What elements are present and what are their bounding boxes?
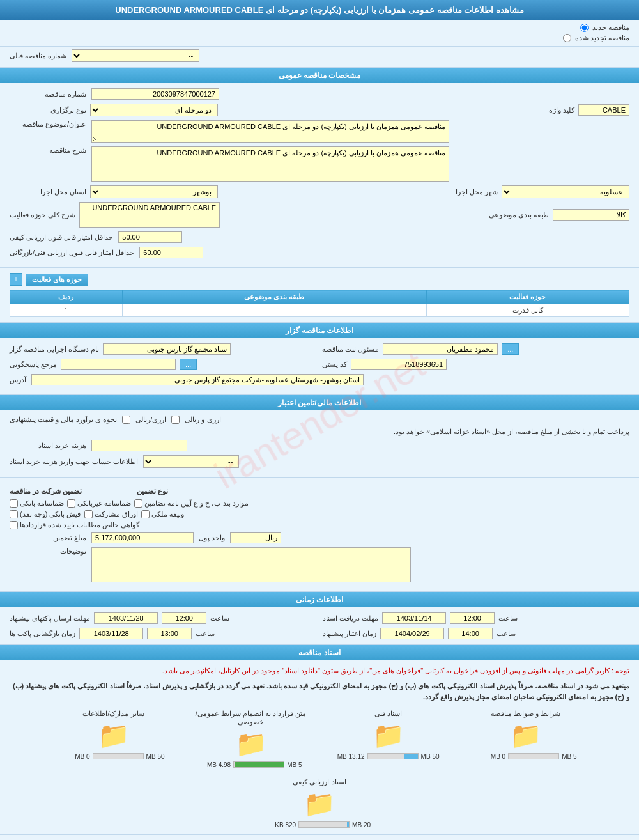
doc-note2: میتعهد می شود در اسناد مناقصه، صرفاً پذی… bbox=[10, 681, 629, 703]
budget-type1-check[interactable] bbox=[122, 416, 130, 424]
guarantee-amount-input bbox=[91, 532, 194, 543]
doc-current: 820 KB bbox=[275, 821, 296, 828]
responsible-input bbox=[383, 343, 498, 355]
page-title: مشاهده اطلاعات مناقصه عمومی همزمان با ار… bbox=[0, 0, 639, 20]
subject-label: عنوان/موضوع مناقصه bbox=[10, 120, 86, 128]
doc-item: سایر مدارک/اطلاعات 📁 50 MB 0 MB bbox=[50, 710, 178, 768]
tender-number-input bbox=[91, 88, 219, 100]
guarantee-type-5: اوراق مشارکت bbox=[95, 510, 138, 518]
category-input bbox=[553, 209, 629, 221]
guarantee-type-7: گواهی خالص مطالبات تایید شده قراردادها bbox=[20, 521, 139, 529]
progress-track bbox=[367, 753, 419, 759]
guarantee-type-6: وثیقه ملکی bbox=[151, 510, 184, 518]
new-tender-label: مناقصه جدید bbox=[592, 24, 629, 32]
doc-title: متن قرارداد به انضمام شرایط عمومی/خصوصی bbox=[187, 710, 315, 726]
financial-section-title: اطلاعات مالی/تامین اعتبار bbox=[0, 395, 639, 410]
province-select[interactable]: بوشهر bbox=[90, 185, 218, 198]
progress-track bbox=[233, 761, 284, 768]
timing-section-title: اطلاعات زمانی bbox=[0, 592, 639, 607]
prev-tender-label: شماره مناقصه قبلی bbox=[10, 52, 66, 60]
activity-cell: کابل قدرت bbox=[426, 304, 629, 317]
doc-current: 0 MB bbox=[75, 753, 89, 760]
guarantee-type-3: موارد بند ب، ج و ع آیین نامه تضامین bbox=[144, 499, 248, 508]
budget-type-label: نحوه ی برآورد مالی و قیمت پیشنهادی bbox=[10, 416, 117, 424]
postal-input bbox=[351, 359, 447, 370]
guarantee-check-5[interactable] bbox=[84, 510, 93, 518]
province-label: استان محل اجرا bbox=[10, 188, 86, 196]
organizer-input bbox=[103, 343, 231, 355]
guarantee-unit-input bbox=[230, 532, 281, 543]
organizer-label: نام دستگاه اجرایی مناقصه گزار bbox=[10, 345, 99, 354]
renewed-tender-radio[interactable] bbox=[563, 34, 571, 42]
doc-max: 50 MB bbox=[421, 753, 440, 760]
saaat-3: ساعت bbox=[497, 630, 516, 638]
doc-item: اسناد فنی 📁 50 MB 13.12 MB bbox=[325, 710, 452, 768]
receive-doc-date-input bbox=[382, 612, 446, 624]
subject-input: مناقصه عمومی همزمان با ارزیابی (یکپارچه)… bbox=[91, 120, 449, 143]
guarantee-section-title-inline: تضمین شرکت در مناقصه bbox=[10, 487, 82, 495]
guarantee-check-2[interactable] bbox=[67, 499, 75, 508]
budget-type1-label: ارزی/ریالی bbox=[135, 416, 166, 424]
responsible-btn[interactable]: ... bbox=[502, 343, 519, 355]
submit-offer-date-input bbox=[94, 612, 158, 624]
progress-track bbox=[298, 821, 350, 828]
postal-label: کد پستی bbox=[322, 361, 347, 369]
folder-icon: 📁 bbox=[373, 720, 404, 751]
guarantee-desc-label: توضیحات bbox=[10, 547, 86, 556]
doc-max: 20 MB bbox=[352, 821, 371, 828]
description-input: مناقصه عمومی همزمان با ارزیابی (یکپارچه)… bbox=[91, 146, 449, 182]
doc-current: 0 MB bbox=[491, 753, 505, 760]
guarantee-type-2: ضمانتنامه غیربانکی bbox=[77, 499, 131, 508]
doc-title: شرایط و ضوابط مناقصه bbox=[491, 710, 560, 718]
receive-doc-time-input bbox=[450, 612, 495, 624]
purchase-cost-input bbox=[91, 440, 187, 451]
new-tender-radio[interactable] bbox=[580, 24, 589, 32]
reference-label: مرجع پاسخگویی bbox=[10, 361, 57, 369]
expand-activity-button[interactable]: + bbox=[10, 273, 22, 286]
table-row: کابل قدرت1 bbox=[10, 304, 629, 317]
activity-desc-input: UNDERGROUND ARMOURED CABLE bbox=[79, 202, 220, 228]
reference-btn[interactable]: ... bbox=[180, 359, 197, 370]
folder-icon: 📁 bbox=[304, 789, 335, 819]
doc-current: 13.12 MB bbox=[337, 753, 365, 760]
renewed-tender-label: مناقصه تجدید شده bbox=[575, 34, 629, 42]
guarantee-check-3[interactable] bbox=[134, 499, 142, 508]
doc-current: 4.98 MB bbox=[207, 761, 231, 768]
guarantee-check-6[interactable] bbox=[141, 510, 150, 518]
doc-max: 5 MB bbox=[287, 761, 302, 768]
progress-track bbox=[93, 753, 144, 759]
doc-note1: توجه : کاربر گرامی در مهلت قانونی و پس ا… bbox=[10, 665, 629, 677]
city-select[interactable]: عسلویه bbox=[502, 185, 629, 198]
row-cell: 1 bbox=[10, 304, 123, 317]
folder-icon: 📁 bbox=[235, 729, 267, 759]
min-technical-input bbox=[139, 247, 203, 258]
tender-type-select[interactable]: دو مرحله ای bbox=[90, 104, 218, 116]
col-activity: حوزه فعالیت bbox=[426, 290, 629, 304]
doc-title: اسناد ارزیابی کیفی bbox=[293, 778, 346, 786]
progress-fill bbox=[404, 754, 417, 759]
saaat-4: ساعت bbox=[196, 630, 215, 638]
prev-tender-select[interactable]: -- bbox=[72, 49, 199, 62]
progress-track bbox=[508, 753, 559, 759]
budget-type2-check[interactable] bbox=[171, 416, 180, 424]
budget-type2-label: ارزی و ریالی bbox=[185, 416, 220, 424]
category-cell bbox=[122, 304, 426, 317]
guarantee-check-1[interactable] bbox=[10, 499, 18, 508]
account-info-select[interactable]: -- bbox=[143, 455, 239, 468]
folder-icon: 📁 bbox=[98, 720, 130, 751]
validity-label: زمان اعتبار پیشنهاد bbox=[323, 630, 376, 638]
doc-max: 50 MB bbox=[146, 753, 165, 760]
open-packets-date-input bbox=[79, 628, 143, 639]
open-packets-time-input bbox=[147, 628, 192, 639]
guarantee-check-7[interactable] bbox=[10, 521, 18, 529]
category-label: طبقه بندی موضوعی bbox=[489, 211, 549, 219]
validity-time-input bbox=[448, 628, 493, 639]
min-technical-label: حداقل امتیاز قابل قبول ارزیابی فنی/بازرگ… bbox=[10, 249, 134, 257]
activity-table: حوزه فعالیت طبقه بندی موضوعی ردیف کابل ق… bbox=[10, 290, 629, 317]
tender-number-label: شماره مناقصه bbox=[10, 90, 86, 98]
guarantee-check-4[interactable] bbox=[10, 510, 18, 518]
guarantee-type-4: فیش بانکی (وجه نقد) bbox=[20, 510, 81, 518]
guarantee-amount-label: مبلغ تضمین bbox=[10, 534, 86, 542]
saaat-1: ساعت bbox=[498, 614, 518, 623]
account-info-label: اطلاعات حساب جهت واریز هزینه خرید اسناد bbox=[10, 458, 138, 466]
